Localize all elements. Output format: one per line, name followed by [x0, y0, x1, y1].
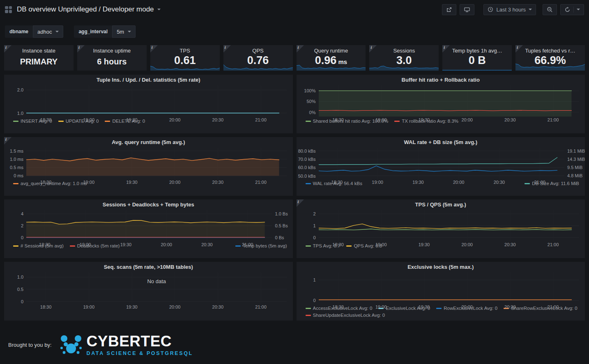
- stat-title[interactable]: QPS: [223, 48, 293, 54]
- cybertec-logo-text: CYBERTEC DATA SCIENCE & POSTGRESQL: [87, 334, 193, 356]
- legend-series-marker: [306, 315, 311, 316]
- x-tick-label: 18:30: [39, 242, 51, 247]
- chevron-down-icon: [529, 9, 532, 10]
- info-icon[interactable]: i: [442, 45, 450, 53]
- grafana-logo-icon[interactable]: [5, 6, 12, 13]
- stat-title[interactable]: Instance state: [4, 48, 74, 54]
- chart-plot[interactable]: [26, 210, 272, 241]
- y-axis-left: 1.5 ms1.0 ms0.5 ms0 ms: [6, 148, 26, 179]
- y-axis-left: 210: [298, 210, 319, 241]
- legend-series-marker: [306, 245, 311, 247]
- info-icon[interactable]: i: [297, 45, 304, 53]
- dashboard-page: DB overview Unprivileged / Developer mod…: [0, 0, 589, 356]
- tv-mode-button[interactable]: [460, 4, 474, 15]
- variable-label: dbname: [5, 25, 33, 38]
- panel-title[interactable]: Sessions + Deadlocks + Temp bytes: [4, 201, 293, 210]
- chart-plot[interactable]: [319, 148, 565, 179]
- stat-title[interactable]: Query runtime: [297, 48, 366, 54]
- y-tick-label: 50%: [306, 99, 315, 104]
- info-icon[interactable]: i: [4, 137, 12, 144]
- panel-buffer-hit-ratio: Buffer hit ratio + Rollback ratio 100%50…: [297, 75, 585, 133]
- legend-item[interactable]: DB Size Avg: 11.6 MiB: [525, 180, 579, 187]
- chart-plot[interactable]: No data: [26, 272, 287, 304]
- legend-item[interactable]: Deadlocks (5m rate): [70, 243, 120, 250]
- stat-panel-tuples-fetched: i Tuples fetched vs r… 66.9%: [515, 45, 585, 71]
- chart-canvas[interactable]: [319, 85, 580, 117]
- panel-title[interactable]: Seq. scans (5m rate, >10MB tables): [4, 264, 293, 272]
- stat-title[interactable]: Instance uptime: [77, 48, 147, 54]
- stat-title[interactable]: TPS: [150, 48, 220, 54]
- y-tick-label: 0 Bs: [275, 235, 284, 240]
- chart-canvas[interactable]: [319, 148, 565, 179]
- legend-label: TX rollback ratio Avg: 8.3%: [402, 118, 458, 125]
- x-tick-label: 19:30: [419, 242, 430, 247]
- stat-panel-sessions: i Sessions 3.0: [369, 45, 439, 71]
- stat-unit: ms: [338, 59, 347, 65]
- panel-title[interactable]: Buffer hit ratio + Rollback ratio: [297, 77, 585, 85]
- legend-series-marker: [436, 308, 442, 309]
- legend-item[interactable]: DELETE Avg: 0: [105, 118, 145, 125]
- chart-canvas[interactable]: [26, 272, 287, 304]
- chart-canvas[interactable]: [26, 85, 287, 117]
- info-icon[interactable]: i: [369, 45, 377, 53]
- y-tick-label: 14.3 MiB: [567, 157, 585, 162]
- legend-item[interactable]: # Sessions (5m avg): [13, 243, 64, 250]
- stat-title[interactable]: Temp bytes 1h avg…: [442, 48, 512, 54]
- legend-series-marker: [394, 121, 400, 122]
- y-axis-left: 2.01.0: [6, 85, 26, 117]
- legend-item[interactable]: ShareUpdateExclusiveLock Avg: 0: [306, 312, 385, 319]
- panel-title[interactable]: Avg. query runtime (5m avg.): [4, 139, 293, 148]
- panel-title[interactable]: WAL rate + DB size (5m avg.): [297, 139, 585, 148]
- info-icon[interactable]: i: [150, 45, 158, 53]
- refresh-button[interactable]: [560, 4, 584, 15]
- x-tick-label: 18:30: [331, 180, 343, 185]
- panel-exclusive-locks: Exclusive locks (5m max.) 10 18:3019:001…: [297, 262, 585, 321]
- info-icon[interactable]: i: [297, 199, 304, 207]
- info-icon[interactable]: i: [223, 45, 231, 53]
- variable-value-dropdown[interactable]: 5m: [112, 25, 136, 38]
- variable-label: agg_interval: [74, 25, 112, 38]
- chart-plot[interactable]: [26, 148, 287, 179]
- time-range-picker[interactable]: Last 3 hours: [483, 4, 536, 15]
- variable-value-dropdown[interactable]: adhoc: [33, 25, 63, 38]
- divider: [573, 7, 574, 13]
- zoom-out-button[interactable]: [543, 4, 557, 15]
- x-tick-label: 20:00: [161, 242, 172, 247]
- legend-series-marker: [306, 183, 311, 184]
- panel-title[interactable]: Exclusive locks (5m max.): [297, 264, 585, 272]
- info-icon[interactable]: i: [515, 45, 523, 53]
- chart-canvas[interactable]: [26, 148, 287, 179]
- stat-title[interactable]: Tuples fetched vs r…: [515, 48, 585, 54]
- x-tick-label: 21:00: [534, 180, 545, 185]
- x-tick-label: 20:30: [212, 180, 224, 185]
- x-tick-label: 20:30: [201, 242, 213, 247]
- panel-title[interactable]: TPS / QPS (5m avg.): [297, 201, 585, 210]
- panel-title[interactable]: Tuple Ins. / Upd. / Del. statistics (5m …: [4, 77, 293, 85]
- share-button[interactable]: [442, 4, 456, 15]
- stat-panel-instance-uptime: i Instance uptime 6 hours: [77, 45, 147, 71]
- chart-plot[interactable]: [319, 272, 580, 304]
- x-tick-label: 21:00: [255, 304, 267, 309]
- panel-tuple-statistics: Tuple Ins. / Upd. / Del. statistics (5m …: [4, 75, 293, 133]
- y-tick-label: 9.5 MiB: [567, 165, 582, 170]
- stat-value: 0.96ms: [297, 55, 366, 66]
- chart-canvas[interactable]: [319, 210, 580, 241]
- legend-label: ShareUpdateExclusiveLock Avg: 0: [313, 312, 385, 319]
- y-tick-label: 4: [21, 211, 23, 216]
- dashboard-title[interactable]: DB overview Unprivileged / Developer mod…: [17, 5, 161, 14]
- topbar-actions: Last 3 hours: [442, 4, 584, 15]
- variable-agg-interval: agg_interval 5m: [74, 25, 136, 38]
- x-tick-label: 19:30: [419, 117, 430, 122]
- chart-canvas[interactable]: [319, 272, 580, 304]
- chart-plot[interactable]: [319, 85, 580, 117]
- chart-plot[interactable]: [319, 210, 580, 241]
- x-tick-label: 19:00: [375, 242, 387, 247]
- stat-value: 6 hours: [77, 57, 147, 66]
- y-tick-label: 1.0 ms: [10, 157, 23, 162]
- chevron-down-icon[interactable]: [577, 9, 580, 10]
- info-icon[interactable]: i: [77, 45, 85, 53]
- info-icon[interactable]: i: [4, 45, 12, 53]
- chart-canvas[interactable]: [26, 210, 272, 241]
- stat-title[interactable]: Sessions: [369, 48, 439, 54]
- chart-plot[interactable]: [26, 85, 287, 117]
